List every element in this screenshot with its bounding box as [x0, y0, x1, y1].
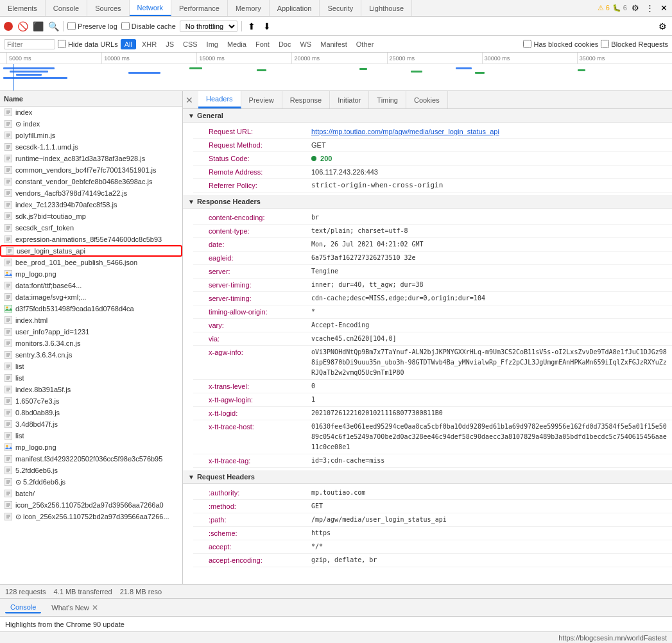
request-url-key: Request URL:	[209, 126, 311, 137]
close-detail-button[interactable]: ✕	[183, 94, 196, 107]
disable-cache-label[interactable]: Disable cache	[121, 22, 176, 30]
hide-data-urls-checkbox[interactable]	[58, 40, 66, 48]
tab-console[interactable]: Console	[46, 0, 87, 16]
export-har-button[interactable]: ⬇	[261, 21, 273, 32]
file-list-item[interactable]: bee_prod_101_bee_publish_5466.json	[0, 257, 182, 268]
warning-count[interactable]: ⚠ 6	[598, 4, 610, 12]
response-header-row: via:vcache45.cn2620[104,0]	[193, 332, 672, 346]
blocked-requests-checkbox[interactable]	[601, 40, 609, 48]
file-name-label: data:image/svg+xml;...	[15, 293, 86, 301]
tab-cookies[interactable]: Cookies	[406, 91, 448, 108]
blocked-requests-label[interactable]: Blocked Requests	[601, 40, 668, 48]
tab-network[interactable]: Network	[130, 0, 171, 16]
import-har-button[interactable]: ⬆	[246, 21, 257, 32]
file-list-item[interactable]: vendors_4acfb3798d74149c1a22.js	[0, 187, 182, 199]
disable-cache-checkbox[interactable]	[121, 22, 130, 30]
file-list-item[interactable]: sdk.js?bid=toutiao_mp	[0, 210, 182, 222]
general-section-header[interactable]: ▼ General	[183, 109, 672, 123]
has-blocked-cookies-checkbox[interactable]	[523, 40, 531, 48]
file-list-item[interactable]: polyfill.min.js	[0, 130, 182, 141]
file-list-item[interactable]: 0.8bd0ab89.js	[0, 407, 182, 418]
settings-button[interactable]: ⚙	[630, 3, 641, 14]
console-tab[interactable]: Console	[5, 602, 41, 613]
file-list-item[interactable]: mp_logo.png	[0, 442, 182, 453]
filter-font-button[interactable]: Font	[252, 40, 273, 49]
file-list-item[interactable]: ⊙ index	[0, 118, 182, 130]
file-list-item[interactable]: data:image/svg+xml;...	[0, 291, 182, 303]
file-list-item[interactable]: ⊙ icon_256x256.110752bd2a97d39566aa7266.…	[0, 511, 182, 522]
file-list-item[interactable]: icon_256x256.110752bd2a97d39566aa7266a0	[0, 499, 182, 511]
has-blocked-cookies-label[interactable]: Has blocked cookies	[523, 40, 598, 48]
file-list-item[interactable]: list	[0, 372, 182, 384]
filter-doc-button[interactable]: Doc	[275, 40, 295, 49]
response-headers-section-header[interactable]: ▼ Response Headers	[183, 195, 672, 209]
file-list-item[interactable]: list	[0, 430, 182, 442]
search-button[interactable]: 🔍	[47, 21, 59, 32]
file-list-item[interactable]: 3.4d8bd47f.js	[0, 418, 182, 430]
file-list-item[interactable]: batch/	[0, 488, 182, 499]
file-list-item[interactable]: ⊙ 5.2fdd6eb6.js	[0, 476, 182, 488]
file-list-item[interactable]: common_vendors_bc4f7e7fc70013451901.js	[0, 164, 182, 176]
file-list-item[interactable]: d3f75fcdb531498f9cada16d0768d4ca	[0, 303, 182, 314]
file-list-item[interactable]: user_info?app_id=1231	[0, 326, 182, 338]
filter-xhr-button[interactable]: XHR	[139, 40, 160, 49]
filter-media-button[interactable]: Media	[224, 40, 250, 49]
file-list-item[interactable]: runtime~index_ac83f1d3a378af3ae928.js	[0, 153, 182, 164]
filter-js-button[interactable]: JS	[162, 40, 177, 49]
file-list-item[interactable]: constant_vendor_0ebfcfe8b0468e3698ac.js	[0, 176, 182, 187]
file-list-item[interactable]: manifest.f3d4293220502f036cc5f98e3c576b9…	[0, 453, 182, 465]
file-list-item[interactable]: 5.2fdd6eb6.js	[0, 465, 182, 476]
tab-elements[interactable]: Elements	[0, 0, 46, 16]
filter-css-button[interactable]: CSS	[180, 40, 201, 49]
settings-network-button[interactable]: ⚙	[657, 21, 668, 32]
file-list-item[interactable]: mp_logo.png	[0, 268, 182, 280]
filter-other-button[interactable]: Other	[353, 40, 377, 49]
tab-application[interactable]: Application	[270, 0, 320, 16]
file-list-item[interactable]: user_login_status_api	[0, 245, 182, 257]
filter-all-button[interactable]: All	[121, 39, 136, 49]
tab-security[interactable]: Security	[320, 0, 361, 16]
tab-lighthouse[interactable]: Lighthouse	[361, 0, 412, 16]
file-list-item[interactable]: index	[0, 107, 182, 118]
filter-img-button[interactable]: Img	[203, 40, 221, 49]
response-header-key: x-tt-trace-host:	[209, 422, 311, 452]
file-list-item[interactable]: secsdk_csrf_token	[0, 222, 182, 234]
tab-timing[interactable]: Timing	[369, 91, 406, 108]
file-list-item[interactable]: list	[0, 361, 182, 372]
file-icon	[4, 166, 13, 175]
file-list-item[interactable]: expression-animations_8f55e744600dc8c5b9…	[0, 234, 182, 245]
tab-initiator[interactable]: Initiator	[330, 91, 369, 108]
whats-new-tab[interactable]: What's New ✕	[46, 602, 103, 613]
file-list-item[interactable]: index.8b391a5f.js	[0, 384, 182, 395]
more-button[interactable]: ⋮	[644, 3, 655, 14]
file-list-item[interactable]: index_7c1233d94b70afec8f58.js	[0, 199, 182, 210]
file-list-item[interactable]: monitors.3.6.34.cn.js	[0, 338, 182, 349]
throttle-select[interactable]: No throttling	[180, 21, 237, 32]
tab-preview[interactable]: Preview	[241, 91, 282, 108]
filter-ws-button[interactable]: WS	[297, 40, 314, 49]
file-list-item[interactable]: 1.6507c7e3.js	[0, 395, 182, 407]
tick-30000: 30000 ms	[482, 53, 577, 64]
clear-button[interactable]: 🚫	[17, 21, 28, 32]
file-list-item[interactable]: sentry.3.6.34.cn.js	[0, 349, 182, 361]
error-count[interactable]: 🐛 6	[612, 4, 627, 12]
close-devtools-button[interactable]: ✕	[658, 3, 669, 14]
record-button[interactable]	[4, 22, 13, 31]
close-whats-new-button[interactable]: ✕	[92, 603, 98, 612]
preserve-log-checkbox[interactable]	[67, 22, 76, 30]
tab-headers[interactable]: Headers	[198, 91, 241, 108]
filter-manifest-button[interactable]: Manifest	[317, 40, 350, 49]
file-list-item[interactable]: data:font/ttf;base64...	[0, 280, 182, 291]
file-list-body[interactable]: index⊙ indexpolyfill.min.jssecsdk-1.1.1.…	[0, 107, 182, 584]
file-list-item[interactable]: index.html	[0, 314, 182, 326]
preserve-log-label[interactable]: Preserve log	[67, 22, 117, 30]
file-list-item[interactable]: secsdk-1.1.1.umd.js	[0, 141, 182, 153]
tab-performance[interactable]: Performance	[171, 0, 228, 16]
tab-response[interactable]: Response	[282, 91, 331, 108]
tab-sources[interactable]: Sources	[87, 0, 129, 16]
filter-button[interactable]: ⬛	[32, 21, 44, 32]
request-headers-section-header[interactable]: ▼ Request Headers	[183, 470, 672, 484]
filter-input[interactable]	[4, 39, 55, 49]
hide-data-urls-label[interactable]: Hide data URLs	[58, 40, 118, 48]
tab-memory[interactable]: Memory	[228, 0, 270, 16]
